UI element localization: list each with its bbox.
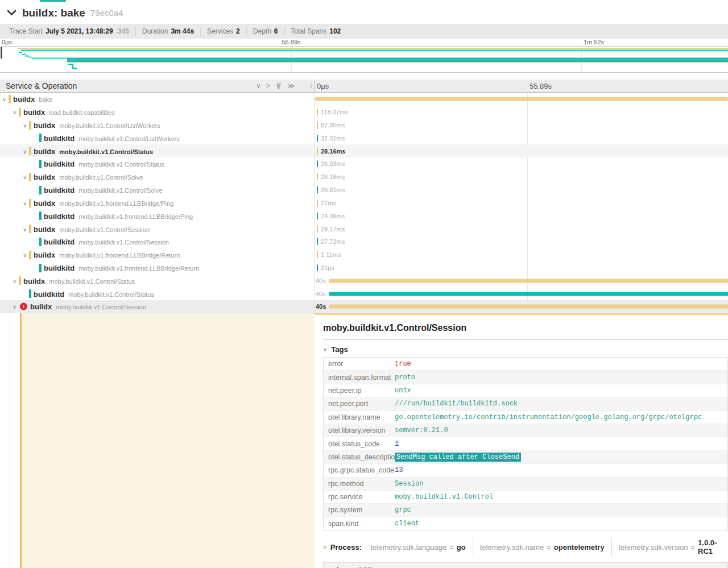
span-bar-cell[interactable]: 27.72ms (315, 235, 728, 248)
chevron-down-icon[interactable]: ∨ (13, 109, 16, 115)
span-bar[interactable] (317, 251, 318, 258)
span-bar[interactable] (317, 186, 318, 193)
collapse-one-icon[interactable]: ∨ (256, 82, 261, 89)
operation-name: load buildkit capabilities (49, 109, 115, 116)
span-bar[interactable] (317, 109, 318, 115)
span-row[interactable]: ∨!buildxmoby.buildkit.v1.Control/Session… (0, 300, 728, 313)
span-name-cell[interactable]: ∨buildxload buildkit capabilities (0, 106, 315, 119)
span-bar-cell[interactable]: 21μs (315, 262, 728, 275)
span-row[interactable]: buildkitdmoby.buildkit.v1.Control/Solve2… (0, 184, 728, 197)
tags-section-header[interactable]: ∨ Tags (323, 345, 728, 354)
span-name-cell[interactable]: ∨buildxmoby.buildkit.v1.Control/Session (0, 222, 315, 235)
span-bar-cell[interactable]: 32.31ms (315, 131, 728, 144)
span-name-cell[interactable]: ∨buildxmoby.buildkit.v1.Control/Status (0, 144, 315, 157)
chevron-down-icon[interactable]: ∨ (2, 96, 6, 102)
span-bar[interactable] (317, 135, 318, 142)
span-bar-cell[interactable]: 87.85ms (315, 119, 728, 132)
tag-row: otel.status_code1 (324, 437, 727, 450)
chevron-down-icon[interactable]: ∨ (13, 304, 16, 310)
span-name-cell[interactable]: ∨buildxmoby.buildkit.v1.frontend.LLBBrid… (0, 197, 315, 210)
span-row[interactable]: ∨buildxmoby.buildkit.v1.Control/ListWork… (0, 119, 728, 132)
chevron-down-icon[interactable]: ∨ (23, 226, 27, 232)
chevron-down-icon[interactable]: ∨ (23, 174, 27, 180)
span-name-cell[interactable]: buildkitdmoby.buildkit.v1.Control/Status (0, 157, 315, 171)
span-bar[interactable] (315, 97, 728, 101)
span-bar[interactable] (317, 213, 318, 219)
span-bar[interactable] (317, 148, 318, 155)
span-name-cell[interactable]: buildkitdmoby.buildkit.v1.Control/Status (0, 287, 315, 300)
span-bar-cell[interactable]: 26.93ms (315, 157, 728, 171)
span-row[interactable]: ∨buildxmoby.buildkit.v1.frontend.LLBBrid… (0, 248, 728, 262)
span-bar-cell[interactable]: 29.17ms (315, 222, 728, 235)
span-bar-cell[interactable]: 28.18ms (315, 171, 728, 184)
span-row[interactable]: ∨buildxmoby.buildkit.v1.frontend.LLBBrid… (0, 197, 728, 210)
span-bar-cell[interactable]: 1.11ms (315, 248, 728, 262)
expand-one-icon[interactable]: > (266, 82, 270, 89)
collapse-trace-chevron-icon[interactable] (7, 10, 16, 16)
span-name-cell[interactable]: buildkitdmoby.buildkit.v1.Control/ListWo… (0, 131, 315, 144)
trace-header: buildx: bake 79ec0a4 (0, 2, 728, 24)
span-bar-cell[interactable]: 40s (315, 300, 728, 313)
span-name-cell[interactable]: ∨buildxmoby.buildkit.v1.Control/Status (0, 274, 315, 287)
span-row[interactable]: ∨buildxmoby.buildkit.v1.Control/Status28… (0, 144, 728, 157)
process-label: Process: (330, 543, 362, 552)
span-row[interactable]: buildkitdmoby.buildkit.v1.frontend.LLBBr… (0, 262, 728, 275)
chevron-right-icon[interactable]: > (323, 544, 326, 550)
equals-sign: = (547, 543, 551, 552)
span-bar[interactable] (317, 264, 318, 271)
span-name-cell[interactable]: ∨buildxmoby.buildkit.v1.frontend.LLBBrid… (0, 248, 315, 262)
span-row[interactable]: buildkitdmoby.buildkit.v1.Control/Status… (0, 287, 728, 300)
span-bar[interactable] (317, 200, 318, 206)
span-name-cell[interactable]: ∨buildxmoby.buildkit.v1.Control/Solve (0, 171, 315, 184)
span-row[interactable]: buildkitdmoby.buildkit.v1.Control/Sessio… (0, 235, 728, 248)
span-row[interactable]: ∨buildxmoby.buildkit.v1.Control/Solve28.… (0, 171, 728, 184)
span-bar[interactable] (317, 122, 318, 128)
span-name-cell[interactable]: buildkitdmoby.buildkit.v1.Control/Sessio… (0, 235, 315, 248)
span-name-cell[interactable]: ∨buildxmoby.buildkit.v1.Control/ListWork… (0, 119, 315, 132)
span-name-cell[interactable]: buildkitdmoby.buildkit.v1.frontend.LLBBr… (0, 209, 315, 222)
chevron-down-icon[interactable]: ∨ (23, 122, 27, 128)
span-bar-cell[interactable]: 40s (315, 287, 728, 300)
minimap-canvas[interactable] (0, 46, 728, 73)
column-resize-grip[interactable]: ‖ (310, 83, 312, 89)
span-row[interactable]: ∨buildxmoby.buildkit.v1.Control/Session2… (0, 222, 728, 235)
span-row[interactable]: ∨buildxbake (0, 93, 728, 106)
span-name-cell[interactable]: buildkitdmoby.buildkit.v1.Control/Solve (0, 184, 315, 197)
span-bar-cell[interactable] (315, 93, 728, 106)
detail-left-panel[interactable] (22, 313, 315, 568)
span-bar[interactable] (317, 160, 318, 167)
collapse-all-icon[interactable]: ≫ (275, 82, 282, 90)
span-bar-cell[interactable]: 26.81ms (315, 184, 728, 197)
span-row[interactable]: buildkitdmoby.buildkit.v1.Control/Status… (0, 157, 728, 171)
span-bar-cell[interactable]: 40s (315, 274, 728, 287)
span-row[interactable]: buildkitdmoby.buildkit.v1.Control/ListWo… (0, 131, 728, 144)
expand-all-icon[interactable]: ≫ (287, 82, 295, 89)
span-bar[interactable] (329, 305, 728, 309)
span-bar[interactable] (317, 238, 318, 245)
minimap-drag-handle[interactable] (1, 47, 2, 59)
span-bar[interactable] (329, 279, 728, 283)
span-name-cell[interactable]: ∨buildxbake (0, 93, 315, 106)
column-divider[interactable] (314, 93, 315, 313)
span-bar[interactable] (317, 173, 318, 180)
span-name-cell[interactable]: buildkitdmoby.buildkit.v1.frontend.LLBBr… (0, 262, 315, 275)
span-row[interactable]: buildkitdmoby.buildkit.v1.frontend.LLBBr… (0, 209, 728, 222)
span-bar-cell[interactable]: 24.06ms (315, 209, 728, 222)
operation-name: bake (39, 96, 52, 103)
chevron-down-icon[interactable]: ∨ (13, 277, 16, 284)
span-name-cell[interactable]: ∨!buildxmoby.buildkit.v1.Control/Session (0, 300, 315, 313)
logs-section-header[interactable]: > Logs (128) (323, 562, 728, 568)
span-names: buildkitdmoby.buildkit.v1.Control/ListWo… (44, 134, 180, 142)
span-row[interactable]: ∨buildxmoby.buildkit.v1.Control/Status40… (0, 274, 728, 287)
chevron-down-icon[interactable]: ∨ (23, 200, 27, 206)
span-bar-cell[interactable]: 28.16ms (315, 144, 728, 157)
span-row[interactable]: ∨buildxload buildkit capabilities118.07m… (0, 106, 728, 119)
meta-total-spans: Total Spans 102 (285, 27, 348, 36)
span-bar-cell[interactable]: 118.07ms (315, 106, 728, 119)
chevron-down-icon[interactable]: ∨ (23, 252, 27, 258)
span-bar[interactable] (317, 226, 318, 233)
span-bar[interactable] (329, 292, 728, 296)
chevron-down-icon[interactable]: ∨ (23, 148, 27, 154)
span-bar-cell[interactable]: 27ms (315, 197, 728, 210)
minimap-tick-0: 0μs (2, 39, 12, 45)
